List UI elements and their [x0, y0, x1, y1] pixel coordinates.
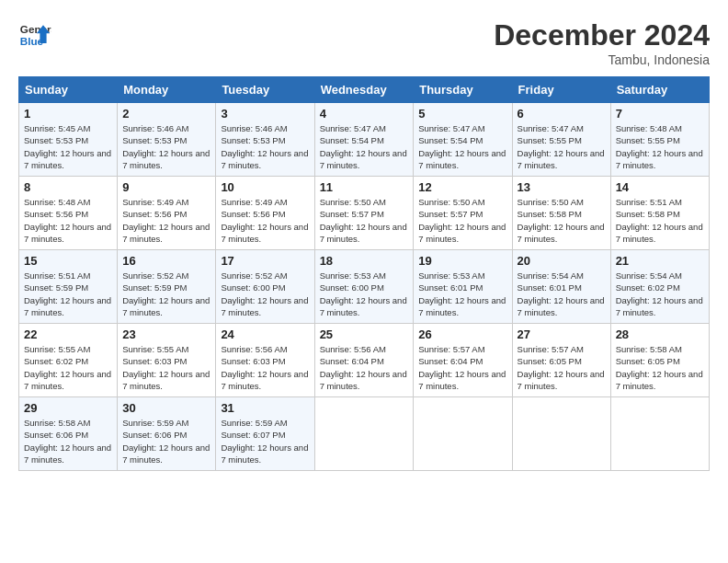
day-info: Sunrise: 5:49 AMSunset: 5:56 PMDaylight:… [221, 196, 309, 245]
day-number: 13 [518, 180, 606, 194]
weekday-header: Tuesday [216, 77, 314, 103]
weekday-header: Friday [512, 77, 610, 103]
day-info: Sunrise: 5:56 AMSunset: 6:04 PMDaylight:… [320, 343, 409, 392]
calendar-cell: 17Sunrise: 5:52 AMSunset: 6:00 PMDayligh… [216, 250, 314, 324]
calendar-cell: 30Sunrise: 5:59 AMSunset: 6:06 PMDayligh… [118, 397, 216, 471]
day-number: 17 [221, 254, 309, 268]
day-info: Sunrise: 5:51 AMSunset: 5:58 PMDaylight:… [616, 196, 704, 245]
day-number: 20 [518, 254, 606, 268]
day-number: 18 [320, 254, 409, 268]
svg-text:General: General [20, 23, 51, 35]
calendar-cell: 23Sunrise: 5:55 AMSunset: 6:03 PMDayligh… [118, 324, 216, 397]
day-number: 16 [122, 254, 210, 268]
calendar-cell: 18Sunrise: 5:53 AMSunset: 6:00 PMDayligh… [314, 250, 414, 324]
day-info: Sunrise: 5:59 AMSunset: 6:07 PMDaylight:… [221, 417, 309, 465]
day-info: Sunrise: 5:58 AMSunset: 6:06 PMDaylight:… [24, 417, 112, 465]
calendar-cell: 9Sunrise: 5:49 AMSunset: 5:56 PMDaylight… [118, 177, 216, 250]
day-info: Sunrise: 5:45 AMSunset: 5:53 PMDaylight:… [24, 122, 112, 171]
day-number: 25 [320, 327, 409, 341]
calendar-cell: 20Sunrise: 5:54 AMSunset: 6:01 PMDayligh… [512, 250, 610, 324]
calendar-cell: 22Sunrise: 5:55 AMSunset: 6:02 PMDayligh… [19, 324, 118, 397]
calendar-cell: 27Sunrise: 5:57 AMSunset: 6:05 PMDayligh… [512, 324, 610, 397]
header-row: SundayMondayTuesdayWednesdayThursdayFrid… [19, 77, 710, 103]
day-number: 7 [616, 107, 704, 121]
day-number: 15 [24, 254, 112, 268]
day-number: 19 [418, 254, 506, 268]
calendar-cell: 3Sunrise: 5:46 AMSunset: 5:53 PMDaylight… [216, 103, 314, 177]
day-number: 31 [221, 401, 309, 415]
calendar-cell [314, 397, 414, 471]
day-info: Sunrise: 5:57 AMSunset: 6:04 PMDaylight:… [418, 343, 506, 392]
day-info: Sunrise: 5:46 AMSunset: 5:53 PMDaylight:… [122, 122, 210, 171]
weekday-header: Saturday [610, 77, 709, 103]
calendar-cell: 15Sunrise: 5:51 AMSunset: 5:59 PMDayligh… [19, 250, 118, 324]
calendar-cell: 19Sunrise: 5:53 AMSunset: 6:01 PMDayligh… [414, 250, 512, 324]
calendar-cell: 16Sunrise: 5:52 AMSunset: 5:59 PMDayligh… [118, 250, 216, 324]
day-info: Sunrise: 5:57 AMSunset: 6:05 PMDaylight:… [518, 343, 606, 392]
day-number: 11 [320, 180, 409, 194]
calendar-week-row: 22Sunrise: 5:55 AMSunset: 6:02 PMDayligh… [19, 324, 710, 397]
day-info: Sunrise: 5:55 AMSunset: 6:02 PMDaylight:… [24, 343, 112, 392]
calendar-cell: 6Sunrise: 5:47 AMSunset: 5:55 PMDaylight… [512, 103, 610, 177]
calendar-week-row: 8Sunrise: 5:48 AMSunset: 5:56 PMDaylight… [19, 177, 710, 250]
day-info: Sunrise: 5:50 AMSunset: 5:57 PMDaylight:… [320, 196, 409, 245]
calendar-week-row: 29Sunrise: 5:58 AMSunset: 6:06 PMDayligh… [19, 397, 710, 471]
day-number: 8 [24, 180, 112, 194]
day-info: Sunrise: 5:51 AMSunset: 5:59 PMDaylight:… [24, 270, 112, 318]
day-info: Sunrise: 5:48 AMSunset: 5:55 PMDaylight:… [616, 122, 704, 171]
day-number: 22 [24, 327, 112, 341]
day-info: Sunrise: 5:47 AMSunset: 5:54 PMDaylight:… [320, 122, 409, 171]
day-number: 12 [418, 180, 506, 194]
calendar-table: SundayMondayTuesdayWednesdayThursdayFrid… [18, 76, 710, 471]
day-number: 27 [518, 327, 606, 341]
page-header: General Blue December 2024 Tambu, Indone… [18, 18, 710, 67]
title-block: December 2024 Tambu, Indonesia [494, 18, 710, 67]
day-number: 23 [122, 327, 210, 341]
day-number: 5 [418, 107, 506, 121]
weekday-header: Thursday [414, 77, 512, 103]
day-info: Sunrise: 5:50 AMSunset: 5:58 PMDaylight:… [518, 196, 606, 245]
day-info: Sunrise: 5:53 AMSunset: 6:01 PMDaylight:… [418, 270, 506, 318]
calendar-cell [610, 397, 709, 471]
calendar-cell: 4Sunrise: 5:47 AMSunset: 5:54 PMDaylight… [314, 103, 414, 177]
calendar-cell [414, 397, 512, 471]
calendar-cell: 13Sunrise: 5:50 AMSunset: 5:58 PMDayligh… [512, 177, 610, 250]
weekday-header: Wednesday [314, 77, 414, 103]
logo-icon: General Blue [18, 18, 51, 52]
day-number: 10 [221, 180, 309, 194]
month-title: December 2024 [494, 18, 710, 52]
calendar-cell: 5Sunrise: 5:47 AMSunset: 5:54 PMDaylight… [414, 103, 512, 177]
calendar-cell: 8Sunrise: 5:48 AMSunset: 5:56 PMDaylight… [19, 177, 118, 250]
day-info: Sunrise: 5:50 AMSunset: 5:57 PMDaylight:… [418, 196, 506, 245]
day-info: Sunrise: 5:55 AMSunset: 6:03 PMDaylight:… [122, 343, 210, 392]
day-number: 14 [616, 180, 704, 194]
day-number: 28 [616, 327, 704, 341]
day-number: 24 [221, 327, 309, 341]
day-info: Sunrise: 5:59 AMSunset: 6:06 PMDaylight:… [122, 417, 210, 465]
calendar-cell [512, 397, 610, 471]
calendar-cell: 12Sunrise: 5:50 AMSunset: 5:57 PMDayligh… [414, 177, 512, 250]
day-info: Sunrise: 5:54 AMSunset: 6:02 PMDaylight:… [616, 270, 704, 318]
calendar-cell: 10Sunrise: 5:49 AMSunset: 5:56 PMDayligh… [216, 177, 314, 250]
calendar-cell: 21Sunrise: 5:54 AMSunset: 6:02 PMDayligh… [610, 250, 709, 324]
day-number: 2 [122, 107, 210, 121]
calendar-cell: 11Sunrise: 5:50 AMSunset: 5:57 PMDayligh… [314, 177, 414, 250]
day-info: Sunrise: 5:52 AMSunset: 6:00 PMDaylight:… [221, 270, 309, 318]
day-info: Sunrise: 5:47 AMSunset: 5:54 PMDaylight:… [418, 122, 506, 171]
calendar-cell: 25Sunrise: 5:56 AMSunset: 6:04 PMDayligh… [314, 324, 414, 397]
day-info: Sunrise: 5:52 AMSunset: 5:59 PMDaylight:… [122, 270, 210, 318]
calendar-cell: 26Sunrise: 5:57 AMSunset: 6:04 PMDayligh… [414, 324, 512, 397]
calendar-cell: 29Sunrise: 5:58 AMSunset: 6:06 PMDayligh… [19, 397, 118, 471]
calendar-cell: 24Sunrise: 5:56 AMSunset: 6:03 PMDayligh… [216, 324, 314, 397]
day-info: Sunrise: 5:47 AMSunset: 5:55 PMDaylight:… [518, 122, 606, 171]
calendar-cell: 31Sunrise: 5:59 AMSunset: 6:07 PMDayligh… [216, 397, 314, 471]
day-info: Sunrise: 5:48 AMSunset: 5:56 PMDaylight:… [24, 196, 112, 245]
day-info: Sunrise: 5:58 AMSunset: 6:05 PMDaylight:… [616, 343, 704, 392]
day-number: 9 [122, 180, 210, 194]
calendar-cell: 14Sunrise: 5:51 AMSunset: 5:58 PMDayligh… [610, 177, 709, 250]
logo: General Blue [18, 18, 51, 52]
calendar-week-row: 1Sunrise: 5:45 AMSunset: 5:53 PMDaylight… [19, 103, 710, 177]
day-info: Sunrise: 5:49 AMSunset: 5:56 PMDaylight:… [122, 196, 210, 245]
calendar-cell: 2Sunrise: 5:46 AMSunset: 5:53 PMDaylight… [118, 103, 216, 177]
day-info: Sunrise: 5:46 AMSunset: 5:53 PMDaylight:… [221, 122, 309, 171]
